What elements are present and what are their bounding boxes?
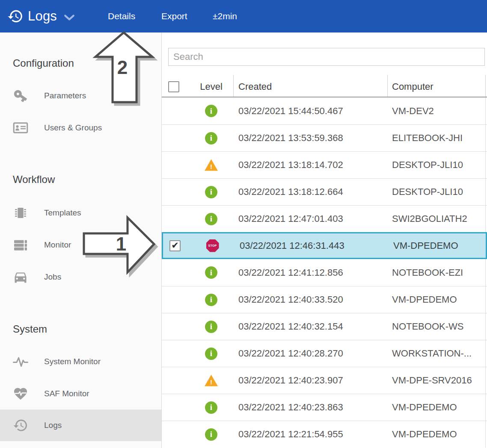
checkbox-cell bbox=[162, 213, 189, 224]
computer-cell: VM-DEV2 bbox=[387, 106, 485, 117]
history-icon bbox=[11, 416, 30, 435]
log-row[interactable]: i 03/22/2021 13:18:12.664 DESKTOP-JLI10 bbox=[162, 178, 487, 205]
checkbox-cell bbox=[162, 429, 189, 440]
section-configuration: Configuration bbox=[13, 53, 74, 74]
sidebar-item-parameters[interactable]: Parameters bbox=[0, 80, 161, 112]
sidebar-item-label: Monitor bbox=[44, 240, 71, 250]
next-column-edge bbox=[485, 152, 487, 178]
sidebar-item-label: Jobs bbox=[44, 272, 61, 282]
created-cell: 03/22/2021 12:21:54.955 bbox=[233, 429, 387, 440]
info-level-icon: i bbox=[205, 186, 217, 198]
sidebar-item-label: Templates bbox=[44, 208, 81, 218]
info-level-icon: i bbox=[205, 266, 217, 279]
next-column-edge bbox=[485, 394, 487, 421]
created-cell: 03/22/2021 12:46:31.443 bbox=[235, 240, 389, 251]
level-cell: i bbox=[189, 294, 233, 306]
row-checkbox[interactable]: ✔ bbox=[169, 240, 181, 251]
column-header-level[interactable]: Level bbox=[189, 66, 233, 97]
next-column-edge bbox=[485, 179, 487, 205]
log-row[interactable]: i 03/22/2021 12:40:33.520 VM-DPEDEMO bbox=[162, 286, 487, 313]
log-row[interactable]: i 03/22/2021 12:41:12.856 NOTEBOOK-EZI bbox=[162, 259, 487, 286]
info-level-icon: i bbox=[205, 428, 217, 441]
sidebar-item-monitor[interactable]: Monitor bbox=[0, 229, 161, 261]
info-level-icon: i bbox=[205, 213, 217, 225]
level-cell: STOP bbox=[190, 239, 235, 252]
next-column-edge bbox=[485, 125, 487, 151]
computer-cell: WORKSTATION-... bbox=[387, 348, 485, 359]
level-cell: i bbox=[189, 266, 233, 279]
computer-cell: VM-DPE-SRV2016 bbox=[387, 375, 485, 386]
checkbox-cell bbox=[162, 294, 189, 305]
info-level-icon: i bbox=[205, 348, 217, 360]
checkbox-cell bbox=[162, 348, 189, 359]
computer-cell: SWI2BGOLIATH2 bbox=[387, 213, 485, 224]
checkbox-cell bbox=[162, 106, 189, 117]
log-row[interactable]: ! 03/22/2021 13:18:14.702 DESKTOP-JLI10 bbox=[162, 151, 487, 178]
created-cell: 03/22/2021 12:40:33.520 bbox=[233, 294, 387, 305]
log-row[interactable]: i 03/22/2021 12:21:54.955 VM-DPEDEMO bbox=[162, 421, 487, 448]
computer-cell: NOTEBOOK-EZI bbox=[387, 267, 485, 278]
menu-export[interactable]: Export bbox=[161, 0, 187, 32]
log-row[interactable]: i 03/22/2021 12:40:32.154 NOTEBOOK-WS bbox=[162, 313, 487, 340]
checkbox-cell: ✔ bbox=[163, 240, 190, 251]
next-column-edge bbox=[485, 97, 487, 124]
sidebar-item-jobs[interactable]: Jobs bbox=[0, 261, 161, 293]
log-row[interactable]: i 03/22/2021 15:44:50.467 VM-DEV2 bbox=[162, 97, 487, 124]
created-cell: 03/22/2021 13:53:59.368 bbox=[233, 133, 387, 144]
sidebar-item-templates[interactable]: Templates bbox=[0, 197, 161, 229]
next-column-edge bbox=[485, 421, 487, 448]
chevron-down-icon bbox=[64, 14, 75, 21]
next-column-edge bbox=[485, 340, 487, 367]
log-row[interactable]: i 03/22/2021 12:47:01.403 SWI2BGOLIATH2 bbox=[162, 205, 487, 232]
checkbox-cell bbox=[162, 267, 189, 278]
stop-level-icon: STOP bbox=[206, 239, 219, 252]
menu-time-range[interactable]: ±2min bbox=[213, 0, 237, 32]
level-cell: i bbox=[189, 348, 233, 360]
log-row[interactable]: i 03/22/2021 12:40:23.863 VM-DPEDEMO bbox=[162, 394, 487, 421]
key-icon bbox=[11, 86, 30, 105]
info-level-icon: i bbox=[205, 321, 217, 333]
created-cell: 03/22/2021 12:47:01.403 bbox=[233, 213, 387, 224]
created-cell: 03/22/2021 15:44:50.467 bbox=[233, 106, 387, 117]
sidebar-item-users-groups[interactable]: Users & Groups bbox=[0, 112, 161, 144]
sidebar-item-label: Logs bbox=[44, 421, 62, 430]
warning-level-icon: ! bbox=[205, 375, 218, 386]
log-row[interactable]: ✔ STOP 03/22/2021 12:46:31.443 VM-DPEDEM… bbox=[162, 232, 487, 259]
page-title: Logs bbox=[28, 9, 57, 24]
level-cell: i bbox=[189, 132, 233, 144]
menu-details[interactable]: Details bbox=[108, 0, 135, 32]
sidebar-item-logs[interactable]: Logs bbox=[0, 410, 161, 441]
logs-dropdown[interactable]: Logs bbox=[7, 0, 75, 32]
created-cell: 03/22/2021 12:40:28.270 bbox=[233, 348, 387, 359]
sidebar-item-system-monitor[interactable]: System Monitor bbox=[0, 345, 161, 377]
select-all-checkbox[interactable] bbox=[168, 81, 179, 92]
history-logo-icon bbox=[7, 8, 24, 24]
created-cell: 03/22/2021 12:41:12.856 bbox=[233, 267, 387, 278]
created-cell: 03/22/2021 13:18:12.664 bbox=[233, 186, 387, 197]
level-cell: ! bbox=[189, 375, 233, 386]
level-cell: i bbox=[189, 186, 233, 198]
checkbox-cell bbox=[162, 402, 189, 413]
checkbox-cell bbox=[162, 321, 189, 332]
created-cell: 03/22/2021 13:18:14.702 bbox=[233, 159, 387, 171]
level-cell: i bbox=[189, 213, 233, 225]
section-workflow: Workflow bbox=[13, 169, 55, 190]
column-header-computer[interactable]: Computer bbox=[387, 66, 485, 97]
info-level-icon: i bbox=[205, 294, 217, 306]
search-input[interactable] bbox=[168, 48, 485, 66]
created-cell: 03/22/2021 12:40:23.907 bbox=[233, 375, 387, 386]
server-stack-icon bbox=[11, 236, 30, 254]
level-cell: i bbox=[189, 105, 233, 117]
column-header-created[interactable]: Created bbox=[233, 66, 387, 97]
computer-cell: DESKTOP-JLI10 bbox=[387, 159, 485, 171]
section-system: System bbox=[13, 319, 47, 339]
id-card-icon bbox=[11, 118, 30, 137]
log-row[interactable]: i 03/22/2021 12:40:28.270 WORKSTATION-..… bbox=[162, 340, 487, 367]
app-window: Logs Details Export ±2min Configuration … bbox=[0, 0, 487, 448]
sidebar-item-label: Users & Groups bbox=[44, 123, 102, 133]
log-row[interactable]: ! 03/22/2021 12:40:23.907 VM-DPE-SRV2016 bbox=[162, 367, 487, 394]
sidebar-item-saf-monitor[interactable]: SAF Monitor bbox=[0, 377, 161, 410]
created-cell: 03/22/2021 12:40:32.154 bbox=[233, 321, 387, 332]
log-row[interactable]: i 03/22/2021 13:53:59.368 ELITEBOOK-JHI bbox=[162, 124, 487, 151]
computer-cell: VM-DPEDEMO bbox=[387, 402, 485, 413]
